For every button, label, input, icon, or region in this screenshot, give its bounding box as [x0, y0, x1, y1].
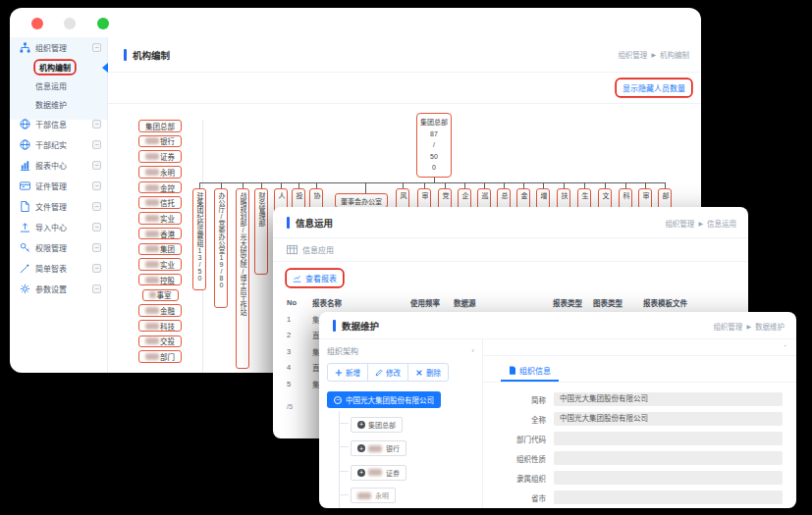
- org-list-item[interactable]: 实业: [138, 258, 182, 271]
- org-chart-node[interactable]: 董事会办公室: [335, 193, 388, 208]
- breadcrumb-item[interactable]: 组织管理: [665, 218, 694, 229]
- collapse-box-icon[interactable]: −: [92, 161, 101, 170]
- org-list-item[interactable]: 信托: [138, 196, 182, 209]
- field-label: 简称: [483, 394, 546, 405]
- sidebar-item-简单智表[interactable]: 简单智表−: [10, 258, 107, 279]
- org-tree-panel: 组织架构 ‹ 新增修改删除 − 中国光大集团股份有限公司 +集团总部+银行+证券…: [319, 339, 483, 508]
- org-list-item[interactable]: 金控: [138, 181, 182, 194]
- collapse-box-icon[interactable]: −: [92, 223, 101, 232]
- redacted-text: [145, 337, 159, 344]
- org-list-item[interactable]: 交投: [138, 335, 182, 348]
- sidebar-item-label: 干部纪实: [35, 139, 92, 150]
- key-icon: [20, 242, 30, 253]
- collapse-node-icon[interactable]: −: [334, 396, 342, 404]
- sidebar-item-label: 参数设置: [35, 283, 92, 294]
- tab-org-info[interactable]: 组织信息: [501, 363, 559, 382]
- org-chart-node[interactable]: 办公厅/党委办公室19/80: [214, 188, 228, 308]
- sidebar-item-参数设置[interactable]: 参数设置−: [10, 279, 107, 299]
- tree-node[interactable]: +证券: [351, 465, 406, 481]
- sidebar-item-组织管理[interactable]: 组织管理−: [10, 37, 107, 58]
- collapse-panel-icon[interactable]: ‹: [471, 346, 474, 355]
- sidebar-item-证件管理[interactable]: 证件管理−: [10, 176, 107, 196]
- collapse-box-icon[interactable]: −: [92, 140, 101, 149]
- breadcrumb-item[interactable]: 组织管理: [618, 49, 647, 60]
- tree-node[interactable]: 永明: [351, 488, 396, 503]
- tab-bar: 组织信息: [483, 356, 796, 383]
- expand-node-icon[interactable]: +: [357, 421, 365, 429]
- breadcrumb-arrow-icon: ▶: [746, 323, 751, 330]
- collapse-box-icon[interactable]: −: [92, 120, 101, 129]
- 修改-button[interactable]: 修改: [367, 363, 408, 382]
- close-window-icon[interactable]: [31, 18, 43, 29]
- field-input[interactable]: [554, 471, 783, 485]
- org-chart-node[interactable]: 财务管理部: [254, 188, 268, 275]
- wand-icon: [20, 263, 30, 274]
- org-list-item[interactable]: 金融: [138, 304, 182, 317]
- org-list-item[interactable]: 永明: [138, 166, 182, 179]
- close-icon: [415, 369, 423, 377]
- field-input[interactable]: 中国光大集团股份有限公司: [554, 392, 783, 406]
- sidebar-subitem-信息运用[interactable]: 信息运用: [10, 77, 107, 95]
- org-list-item[interactable]: 控股: [138, 274, 182, 286]
- 新增-button[interactable]: 新增: [327, 363, 368, 382]
- org-list-item-label: 银行: [160, 135, 175, 146]
- sidebar-item-干部信息[interactable]: 干部信息−: [10, 114, 107, 134]
- org-list-item[interactable]: 证券: [138, 150, 182, 163]
- maximize-window-icon[interactable]: [97, 18, 109, 29]
- collapse-box-icon[interactable]: −: [92, 264, 101, 273]
- form-row: 简称中国光大集团股份有限公司: [483, 389, 783, 409]
- sidebar-item-文件管理[interactable]: 文件管理−: [10, 196, 107, 217]
- tree-node[interactable]: +集团总部: [351, 417, 403, 433]
- tree-panel-title: 组织架构: [327, 345, 358, 356]
- tree-node[interactable]: +银行: [351, 440, 406, 456]
- sidebar-item-报表中心[interactable]: 报表中心−: [10, 155, 107, 176]
- minimize-window-icon[interactable]: [64, 18, 76, 29]
- redacted-text: [145, 231, 159, 237]
- redacted-text: [145, 169, 159, 176]
- collapse-box-icon[interactable]: −: [92, 202, 101, 211]
- field-label: 隶属组织: [483, 473, 546, 484]
- collapse-box-icon[interactable]: −: [92, 284, 101, 293]
- org-list-item[interactable]: 部门: [138, 350, 182, 363]
- sidebar-item-导入中心[interactable]: 导入中心−: [10, 217, 107, 237]
- org-list-item[interactable]: 事室: [142, 289, 179, 302]
- org-list-item[interactable]: 集团总部: [138, 120, 182, 132]
- show-hidden-count-button[interactable]: 显示隐藏人员数量: [617, 79, 691, 96]
- sidebar-item-权限管理[interactable]: 权限管理−: [10, 237, 107, 258]
- sidebar-subitem-机构编制[interactable]: 机构编制: [10, 58, 107, 77]
- collapse-box-icon[interactable]: −: [92, 243, 101, 252]
- redacted-text: [357, 492, 371, 499]
- field-input[interactable]: [554, 490, 783, 504]
- sidebar-subitem-数据维护[interactable]: 数据维护: [10, 95, 107, 114]
- column-header: 数据源: [454, 297, 553, 308]
- sidebar-item-label: 证件管理: [35, 180, 92, 191]
- tree-node-label: 集团总部: [368, 420, 396, 430]
- collapse-box-icon[interactable]: −: [92, 43, 101, 52]
- breadcrumb: 组织管理 ▶ 机构编制: [618, 49, 689, 60]
- org-chart-root-node[interactable]: 集团总部 87 / 50 0: [416, 113, 452, 178]
- expand-node-icon[interactable]: +: [357, 444, 365, 452]
- collapse-panel-icon[interactable]: ˆ: [784, 343, 786, 352]
- org-list-item[interactable]: 香港: [138, 228, 182, 240]
- org-chart-node[interactable]: 战略规划部/光大研究院/博士后工作站: [236, 188, 249, 369]
- form-row: 部门代码: [483, 429, 783, 448]
- 删除-button[interactable]: 删除: [407, 363, 449, 382]
- tree-root-node[interactable]: − 中国光大集团股份有限公司: [327, 391, 441, 408]
- gear-icon: [20, 283, 30, 294]
- collapse-box-icon[interactable]: −: [92, 181, 101, 190]
- org-list-item[interactable]: 银行: [138, 135, 182, 148]
- sidebar-item-干部纪实[interactable]: 干部纪实−: [10, 134, 107, 155]
- field-input[interactable]: [554, 432, 783, 445]
- breadcrumb-item: 数据维护: [755, 321, 785, 332]
- field-input[interactable]: [554, 451, 783, 465]
- org-list-item-label: 信托: [160, 197, 175, 208]
- tree-children: +集团总部+银行+证券永明金控信托: [351, 413, 474, 508]
- org-list-item[interactable]: 实业: [138, 212, 182, 225]
- org-list-item[interactable]: 集团: [138, 243, 182, 256]
- org-chart-node[interactable]: 驻集团纪检监察组13/50: [192, 188, 206, 290]
- org-list-item[interactable]: 科技: [138, 320, 182, 333]
- breadcrumb-item[interactable]: 组织管理: [713, 321, 742, 332]
- expand-node-icon[interactable]: +: [357, 469, 365, 477]
- view-report-button[interactable]: 查看报表: [287, 270, 343, 286]
- field-input[interactable]: 中国光大集团股份有限公司: [554, 412, 783, 426]
